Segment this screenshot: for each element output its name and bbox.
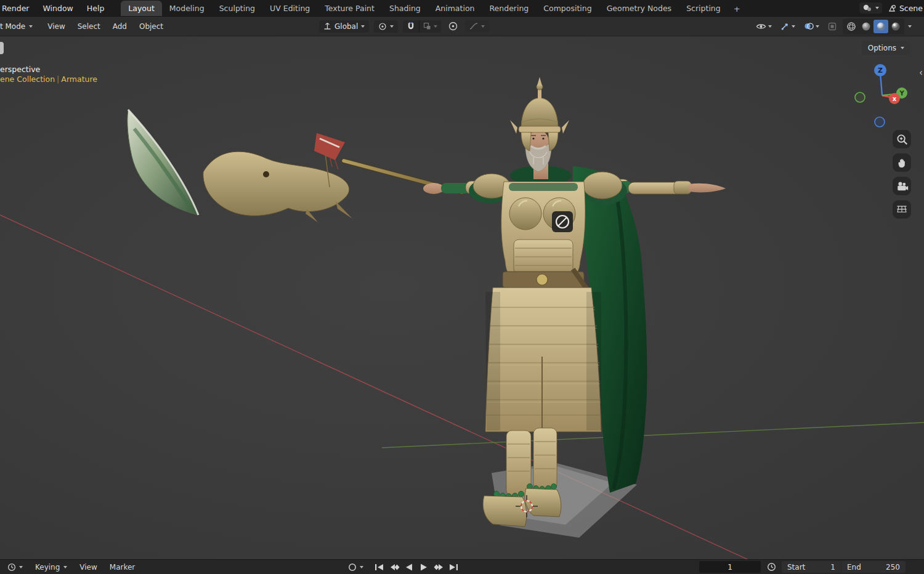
transform-orientation-dropdown[interactable]: Global — [319, 20, 369, 33]
menu-select[interactable]: Select — [71, 18, 107, 34]
shading-rendered-button[interactable] — [888, 20, 903, 33]
grid-icon — [895, 203, 909, 216]
magnet-icon — [407, 22, 415, 31]
shading-solid-button[interactable] — [859, 20, 873, 33]
tab-modeling[interactable]: Modeling — [162, 1, 212, 16]
chevron-down-icon — [481, 25, 485, 28]
menu-add[interactable]: Add — [107, 18, 133, 34]
gizmo-axis-neg-y[interactable] — [855, 92, 865, 102]
chevron-down-icon — [901, 47, 904, 49]
timeline-bar: Keying View Marker 1 — [0, 559, 924, 574]
viewport-3d[interactable]: erspective ene Collection|Armature Optio… — [0, 36, 924, 559]
object-name: Armature — [61, 75, 97, 84]
region-collapse-arrow[interactable]: ‹ — [919, 67, 923, 78]
tab-geometry-nodes[interactable]: Geometry Nodes — [599, 1, 679, 16]
scene-selector[interactable]: Scene — [887, 4, 923, 13]
menu-view[interactable]: View — [41, 18, 71, 34]
view-perspective-label: erspective — [0, 65, 97, 75]
keying-dropdown[interactable]: Keying — [29, 560, 73, 574]
shading-material-button[interactable] — [873, 20, 888, 33]
menu-render[interactable]: Render — [0, 1, 36, 16]
toggle-orthographic-button[interactable] — [893, 200, 911, 219]
proportional-editing-toggle[interactable] — [446, 20, 460, 33]
collection-name: ene Collection — [0, 75, 55, 84]
scene-icon — [887, 4, 896, 12]
tab-animation[interactable]: Animation — [428, 1, 482, 16]
current-frame-field[interactable]: 1 — [699, 561, 761, 573]
mode-label: t Mode — [0, 22, 25, 31]
chevron-down-icon — [768, 25, 772, 28]
weapon-glaive[interactable] — [128, 110, 462, 222]
auto-keying-dropdown-chevron[interactable] — [360, 566, 363, 568]
menu-tl-marker[interactable]: Marker — [103, 560, 141, 574]
prev-keyframe-button[interactable] — [387, 561, 402, 573]
tab-uv-editing[interactable]: UV Editing — [262, 1, 317, 16]
breadcrumb-separator: | — [55, 75, 61, 84]
object-mode-dropdown[interactable]: t Mode — [0, 22, 38, 31]
screen-icon — [862, 4, 872, 12]
add-workspace-button[interactable]: + — [728, 2, 746, 16]
falloff-dropdown[interactable] — [465, 20, 489, 32]
snap-toggle[interactable] — [403, 20, 419, 33]
screen-layout-selector[interactable] — [859, 2, 882, 14]
chevron-down-icon — [792, 25, 795, 28]
play-reverse-button[interactable] — [402, 561, 416, 573]
preview-range-toggle[interactable] — [764, 561, 778, 573]
editor-type-dropdown[interactable] — [1, 560, 29, 574]
gizmo-axis-neg-z[interactable] — [875, 117, 885, 127]
tab-scripting[interactable]: Scripting — [679, 1, 728, 16]
zoom-button[interactable] — [893, 130, 911, 148]
tab-compositing[interactable]: Compositing — [536, 1, 599, 16]
toolbar-flap[interactable] — [0, 42, 4, 54]
svg-text:Y: Y — [899, 90, 904, 97]
tab-texture-paint[interactable]: Texture Paint — [317, 1, 382, 16]
tab-sculpting[interactable]: Sculpting — [212, 1, 262, 16]
overlays-toggle[interactable] — [801, 20, 822, 33]
prohibit-cursor-icon — [552, 211, 573, 232]
xray-toggle[interactable] — [825, 20, 839, 33]
menu-tl-view[interactable]: View — [73, 560, 103, 574]
camera-view-button[interactable] — [893, 177, 911, 195]
active-object-breadcrumb: ene Collection|Armature — [0, 75, 97, 84]
playback-controls — [345, 561, 461, 573]
clock-editor-icon — [7, 563, 16, 572]
axis-line-x — [0, 215, 779, 559]
shading-wireframe-button[interactable] — [844, 20, 859, 33]
pan-button[interactable] — [893, 153, 911, 172]
snap-target-dropdown[interactable] — [419, 20, 441, 32]
viewport-canvas[interactable] — [0, 36, 924, 559]
axis-line-y — [382, 422, 924, 448]
menu-window[interactable]: Window — [36, 1, 80, 16]
next-keyframe-icon — [434, 564, 444, 571]
jump-to-start-button[interactable] — [372, 561, 387, 573]
menu-object[interactable]: Object — [133, 18, 169, 34]
shading-mode-group — [843, 18, 904, 34]
visibility-dropdown[interactable] — [753, 20, 774, 33]
shading-dropdown-chevron[interactable] — [908, 25, 912, 28]
next-keyframe-button[interactable] — [431, 561, 446, 573]
jump-to-end-button[interactable] — [446, 561, 461, 573]
eye-icon — [756, 22, 766, 31]
viewport-header: t Mode View Select Add Object Global — [0, 16, 924, 36]
tab-shading[interactable]: Shading — [382, 1, 428, 16]
play-button[interactable] — [416, 561, 431, 573]
gizmos-toggle[interactable] — [778, 20, 798, 33]
frame-start-field[interactable]: Start 1 — [782, 561, 841, 573]
end-value: 250 — [886, 563, 900, 572]
solid-sphere-icon — [861, 22, 871, 31]
snap-target-icon — [423, 22, 431, 30]
gizmo-axis-x[interactable]: x — [889, 93, 900, 104]
frame-end-field[interactable]: End 250 — [841, 561, 906, 573]
tab-layout[interactable]: Layout — [121, 1, 162, 16]
gizmo-axis-z[interactable]: Z — [874, 64, 886, 76]
prev-keyframe-icon — [389, 564, 400, 571]
pivot-point-dropdown[interactable] — [374, 20, 398, 33]
character-model[interactable] — [423, 77, 726, 527]
options-button[interactable]: Options — [862, 41, 910, 55]
navigation-gizmo[interactable]: Z Y x — [850, 62, 918, 129]
auto-keying-toggle[interactable] — [345, 561, 360, 573]
tab-rendering[interactable]: Rendering — [482, 1, 536, 16]
svg-text:Z: Z — [878, 67, 883, 75]
xray-icon — [828, 22, 837, 31]
menu-help[interactable]: Help — [80, 1, 111, 16]
